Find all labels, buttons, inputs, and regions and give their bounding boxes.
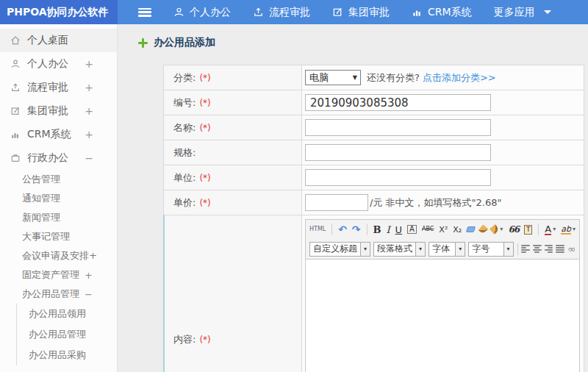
select-arrow-icon: ▾: [503, 243, 513, 256]
required-marker: (*): [199, 198, 210, 208]
strikethrough-button[interactable]: ABC: [422, 226, 434, 232]
unit-input[interactable]: [305, 169, 491, 186]
select-label: 字体: [429, 243, 455, 256]
upload-icon: [253, 7, 264, 18]
caret-down-icon: [544, 10, 551, 14]
sidebar-subitem-news-mgmt[interactable]: 新闻管理: [0, 208, 117, 227]
paragraph-format-select[interactable]: 段落格式 ▾: [373, 242, 426, 257]
bold-button[interactable]: B: [373, 225, 381, 235]
add-icon: [138, 38, 148, 48]
editor-toolbar-row1: HTML ↶ ↷ B I U A ABC X² X₂: [306, 220, 579, 239]
collapse-toggle[interactable]: −: [85, 152, 93, 164]
nav-label: 个人办公: [190, 6, 231, 19]
label-text: 单位:: [173, 171, 196, 185]
sidebar-subitem-memorabilia-mgmt[interactable]: 大事记管理: [0, 227, 117, 246]
sidebar-subitem-meeting-request[interactable]: 会议申请及安排+: [0, 246, 117, 265]
blockquote-button[interactable]: 66: [508, 225, 519, 234]
clean-brush-icon[interactable]: [478, 224, 488, 234]
required-marker: (*): [199, 335, 210, 345]
italic-button[interactable]: I: [386, 225, 390, 235]
editor-content-area[interactable]: [305, 260, 580, 372]
category-select[interactable]: 电脑 ▼: [305, 70, 361, 85]
undo-icon[interactable]: ↶: [338, 224, 347, 235]
font-size-select[interactable]: 字号 ▾: [468, 242, 513, 257]
font-family-select[interactable]: 字体 ▾: [429, 242, 465, 257]
sidebar-subsubitem-supplies-purchase[interactable]: 办公用品采购: [17, 345, 117, 365]
nav-item-group-approval[interactable]: 集团审批: [332, 6, 390, 19]
align-left-icon[interactable]: [521, 245, 530, 253]
link-icon[interactable]: ∞: [567, 244, 576, 254]
font-style-button[interactable]: A: [407, 225, 417, 234]
nav-item-personal-office[interactable]: 个人办公: [173, 6, 231, 19]
sidebar-item-workflow-approval[interactable]: 流程审批 +: [0, 76, 117, 99]
highlight-color-button[interactable]: ab ▾: [561, 225, 576, 235]
align-center-icon[interactable]: [533, 245, 542, 253]
format-painter-button[interactable]: ▾: [491, 226, 503, 233]
nav-label: 流程审批: [269, 6, 310, 19]
nav-item-more-apps[interactable]: 更多应用: [494, 6, 551, 19]
nav-item-workflow-approval[interactable]: 流程审批: [253, 6, 310, 19]
sidebar-item-admin-office[interactable]: 行政办公 −: [0, 146, 117, 170]
code-input[interactable]: [305, 94, 491, 111]
sidebar-item-label: CRM系统: [27, 128, 71, 141]
paste-as-text-icon[interactable]: T: [524, 225, 532, 235]
add-category-link[interactable]: 点击添加分类>>: [423, 71, 496, 85]
collapse-toggle[interactable]: −: [85, 289, 93, 300]
spec-field: [302, 140, 584, 165]
sidebar-item-group-approval[interactable]: 集团审批 +: [0, 99, 117, 123]
upload-icon: [10, 82, 21, 93]
sidebar-item-personal-office[interactable]: 个人办公 +: [0, 52, 117, 76]
remove-format-eraser-icon[interactable]: [466, 226, 476, 232]
sidebar-subsubitem-supplies-manage[interactable]: 办公用品管理: [17, 324, 117, 345]
subscript-button[interactable]: X₂: [453, 226, 462, 234]
content-label: 内容: (*): [164, 215, 302, 372]
expand-toggle[interactable]: +: [85, 58, 93, 70]
sidebar-subitem-fixed-assets-mgmt[interactable]: 固定资产管理 +: [0, 265, 117, 285]
name-input[interactable]: [305, 119, 491, 136]
custom-title-select[interactable]: 自定义标题 ▾: [309, 242, 370, 257]
select-arrow-icon: ▾: [360, 243, 370, 256]
spec-input[interactable]: [305, 144, 491, 161]
sidebar-subitem-announcement-mgmt[interactable]: 公告管理: [0, 170, 117, 189]
redo-icon[interactable]: ↷: [352, 224, 361, 235]
superscript-button[interactable]: X²: [439, 226, 448, 234]
page-title: 办公用品添加: [138, 36, 215, 49]
label-text: 内容:: [173, 333, 196, 346]
expand-toggle[interactable]: +: [85, 270, 93, 281]
form-row-name: 名称: (*): [164, 115, 584, 140]
price-input[interactable]: [305, 194, 368, 211]
page-title-text: 办公用品添加: [154, 36, 215, 49]
align-right-icon[interactable]: [545, 245, 553, 253]
sidebar-subitem-label: 会议申请及安排+: [22, 249, 97, 262]
sidebar-subitem-notice-mgmt[interactable]: 通知管理: [0, 189, 117, 208]
label-text: 分类:: [173, 71, 196, 85]
top-nav: 个人办公 流程审批 集团审批 CRM系统 更多应用: [138, 0, 551, 24]
html-source-button[interactable]: HTML: [309, 226, 326, 232]
editor-toolbar-row2: 自定义标题 ▾ 段落格式 ▾ 字体 ▾: [306, 239, 579, 259]
expand-toggle[interactable]: +: [85, 105, 93, 117]
name-field: [302, 115, 584, 140]
user-icon: [10, 59, 21, 69]
sidebar-subsubitem-supplies-claim[interactable]: 办公用品领用: [17, 304, 117, 324]
expand-toggle[interactable]: +: [85, 82, 93, 93]
format-painter-icon: [490, 224, 500, 235]
font-color-button[interactable]: A ▾: [545, 224, 556, 235]
unit-field: [302, 165, 584, 190]
underline-button[interactable]: U: [395, 225, 403, 235]
required-marker: (*): [199, 123, 210, 133]
sidebar-item-crm[interactable]: CRM系统 +: [0, 123, 117, 146]
sidebar-item-personal-desktop[interactable]: 个人桌面: [0, 29, 117, 52]
sidebar-item-label: 个人桌面: [27, 34, 68, 47]
select-arrow-icon: ▾: [455, 243, 465, 256]
align-justify-icon[interactable]: [556, 245, 564, 253]
sidebar-subitem-office-supplies-mgmt[interactable]: 办公用品管理 −: [0, 285, 117, 304]
select-label: 自定义标题: [310, 243, 360, 256]
category-label: 分类: (*): [164, 65, 302, 90]
required-marker: (*): [199, 173, 210, 183]
expand-toggle[interactable]: +: [85, 129, 93, 140]
unit-label: 单位: (*): [164, 165, 302, 190]
toolbar-separator: [538, 223, 539, 235]
nav-item-crm[interactable]: CRM系统: [412, 6, 472, 19]
hamburger-icon[interactable]: [138, 8, 151, 17]
edit-icon: [332, 7, 343, 18]
